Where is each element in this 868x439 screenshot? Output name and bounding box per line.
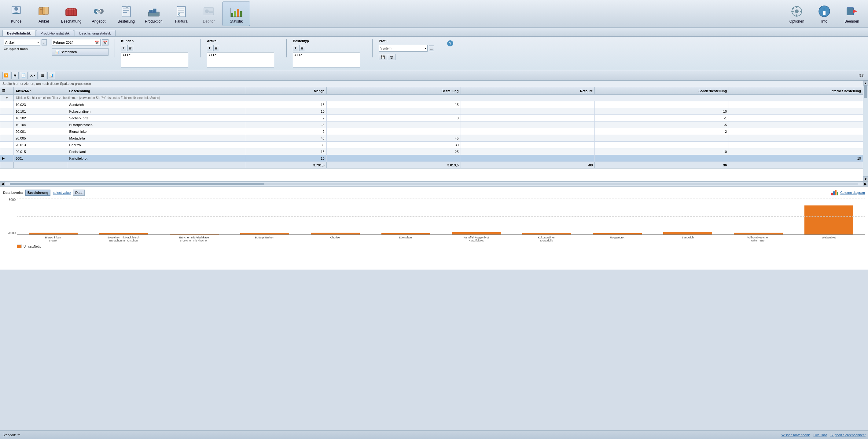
toolbar-produktion[interactable]: Produktion xyxy=(140,2,167,26)
svg-rect-41 xyxy=(796,14,797,17)
hscroll-track xyxy=(10,183,858,185)
chart-type-icon[interactable] xyxy=(831,190,838,196)
export-btn[interactable]: 📄 xyxy=(20,72,28,79)
grid-toggle-btn[interactable]: ▦ xyxy=(39,72,46,79)
svg-rect-33 xyxy=(234,11,236,17)
kunden-del-btn[interactable]: 🗑 xyxy=(127,45,133,51)
status-link-wissensdatenbank[interactable]: Wissensdatenbank xyxy=(781,433,810,437)
vscroll-up[interactable]: ▲ xyxy=(863,80,868,86)
svg-text:i: i xyxy=(824,6,825,11)
row-menge: -10 xyxy=(246,108,327,115)
row-bezeichnung: Kartoffelbrot xyxy=(67,155,246,162)
row-expand[interactable] xyxy=(0,128,14,135)
filter-row-hint[interactable]: Klicken Sie hier um einen Filter zu best… xyxy=(13,95,863,101)
row-sonder xyxy=(595,135,729,142)
toolbar-angebot[interactable]: Angebot xyxy=(85,2,113,26)
profil-input[interactable]: System ▪ xyxy=(379,45,428,52)
horizontal-scrollbar[interactable]: ◀ ▶ xyxy=(0,181,868,186)
profil-browse-btn[interactable]: ... xyxy=(429,45,434,51)
toolbar-faktura[interactable]: € Faktura xyxy=(167,2,195,26)
tab-produktionsstatistik[interactable]: Produktionsstatistik xyxy=(36,30,74,36)
standort-icon[interactable]: ✛ xyxy=(18,433,20,437)
toolbar-bestellung[interactable]: Bestellung xyxy=(113,2,140,26)
chart-btn-bezeichnung[interactable]: Bezeichnung xyxy=(25,190,51,196)
toolbar-statistik[interactable]: Statistik xyxy=(222,2,250,26)
row-expand[interactable] xyxy=(0,148,14,155)
table-row[interactable]: 10.023 Sandwich 15 15 xyxy=(0,101,863,108)
vertical-scrollbar[interactable]: ▲ ▼ xyxy=(863,80,868,181)
toolbar-artikel[interactable]: Artikel xyxy=(30,2,58,26)
filter-gruppiert-browse[interactable]: ... xyxy=(41,39,47,45)
table-row[interactable]: ▶ 6001 Kartoffelbrot 10 10 xyxy=(0,155,863,162)
table-row[interactable]: 20.015 Edelsalami 15 25 -10 xyxy=(0,148,863,155)
svg-rect-35 xyxy=(240,11,242,17)
y-axis-top: 8000 xyxy=(3,198,16,201)
chart-link-select-value[interactable]: select value xyxy=(53,191,71,195)
row-sonder: -5 xyxy=(595,122,729,128)
artikel-add-btn[interactable]: ✛ xyxy=(207,45,212,51)
tab-beschaffungsstatistik[interactable]: Beschaffungsstatistik xyxy=(74,30,115,36)
bestelltyp-add-btn[interactable]: ✛ xyxy=(293,45,298,51)
artikel-textarea[interactable] xyxy=(207,52,274,67)
hscroll-thumb[interactable] xyxy=(10,183,265,185)
row-expand[interactable] xyxy=(0,101,14,108)
vscroll-down[interactable]: ▼ xyxy=(863,176,868,181)
toolbar-beenden[interactable]: Beenden xyxy=(838,2,866,26)
kunde-icon xyxy=(9,4,24,19)
profil-del-btn[interactable]: 🗑 xyxy=(388,54,396,60)
svg-rect-42 xyxy=(791,11,794,12)
table-row[interactable]: 20.013 Chorizo 30 30 xyxy=(0,142,863,148)
row-expand[interactable] xyxy=(0,142,14,148)
excel-btn[interactable]: X ▼ xyxy=(29,72,38,79)
hscroll-left[interactable]: ◀ xyxy=(0,182,5,187)
print-btn[interactable]: 🖨 xyxy=(11,72,19,79)
table-row[interactable]: 10.104 Butterplätzchen -5 -5 xyxy=(0,122,863,128)
chart-column-diagram-link[interactable]: Column diagram xyxy=(840,191,865,195)
filter-gruppiert-input[interactable]: Artikel ▪ xyxy=(4,39,40,46)
row-internet xyxy=(729,128,863,135)
filter-date-input[interactable]: Februar 2024 📅 xyxy=(52,39,100,46)
hscroll-right[interactable]: ▶ xyxy=(863,182,868,187)
row-expand[interactable] xyxy=(0,135,14,142)
table-row[interactable]: 10.102 Sacher-Torte 2 3 -1 xyxy=(0,115,863,122)
tab-bestellstatistik[interactable]: Bestellstatistik xyxy=(2,30,35,36)
row-bezeichnung: Sacher-Torte xyxy=(67,115,246,122)
toolbar-kunde[interactable]: Kunde xyxy=(2,2,30,26)
row-bestellung: 3 xyxy=(327,115,461,122)
filter-gruppiert: Artikel ▪ ... Gruppiert nach xyxy=(4,39,47,51)
row-expand[interactable] xyxy=(0,108,14,115)
status-link-livechat[interactable]: LiveChat xyxy=(814,433,827,437)
row-bestellung: 45 xyxy=(327,135,461,142)
filter-btn[interactable]: 🔽 xyxy=(2,72,10,79)
status-link-screenconnect[interactable]: Support Screenconnect xyxy=(830,433,866,437)
kunden-add-btn[interactable]: ✛ xyxy=(121,45,126,51)
total-internet xyxy=(729,162,863,169)
col-menge: Menge xyxy=(246,87,327,95)
standort-area: Standort: ✛ xyxy=(2,433,20,437)
row-menge: 45 xyxy=(246,135,327,142)
table-row[interactable]: 20.005 Mortadella 45 45 xyxy=(0,135,863,142)
row-expand[interactable] xyxy=(0,115,14,122)
svg-rect-47 xyxy=(823,11,826,15)
bestelltyp-textarea[interactable] xyxy=(293,52,360,67)
row-expand[interactable]: ▶ xyxy=(0,155,14,162)
filter-date-cal[interactable]: 📅 xyxy=(102,39,108,45)
table-row[interactable]: 20.001 Bierschinken -2 -2 xyxy=(0,128,863,135)
row-expand[interactable] xyxy=(0,122,14,128)
artikel-del-btn[interactable]: 🗑 xyxy=(213,45,219,51)
toolbar-beschaffung[interactable]: Beschaffung xyxy=(58,2,85,26)
row-sonder: -2 xyxy=(595,128,729,135)
table-row[interactable]: 10.101 Kokospralinen -10 -10 xyxy=(0,108,863,115)
profil-save-btn[interactable]: 💾 xyxy=(379,54,387,60)
help-icon[interactable]: ? xyxy=(447,40,453,46)
total-retoure: -88 xyxy=(461,162,595,169)
toolbar-optionen[interactable]: Optionen xyxy=(783,2,810,26)
chart-btn-data[interactable]: Data xyxy=(73,190,84,196)
berechnen-button[interactable]: 📊 Berechnen xyxy=(52,48,108,56)
toolbar-info[interactable]: i Info xyxy=(810,2,838,26)
row-internet xyxy=(729,142,863,148)
bestelltyp-del-btn[interactable]: 🗑 xyxy=(299,45,305,51)
chart-btn-tb2[interactable]: 📊 xyxy=(48,72,55,79)
kunden-textarea[interactable] xyxy=(121,52,188,67)
vscroll-thumb[interactable] xyxy=(864,86,867,98)
